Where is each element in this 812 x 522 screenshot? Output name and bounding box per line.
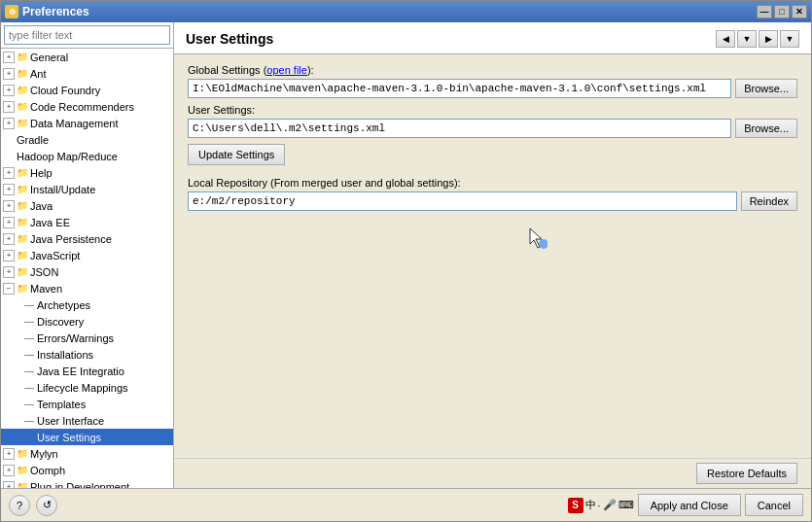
restore-defaults-row: Restore Defaults bbox=[174, 458, 811, 488]
node-label-code-recommenders: Code Recommenders bbox=[30, 101, 134, 113]
node-label-maven: Maven bbox=[30, 283, 62, 295]
sidebar-item-maven[interactable]: −📁Maven bbox=[1, 280, 173, 296]
node-label-gradle: Gradle bbox=[17, 134, 49, 146]
dash-discovery: — bbox=[24, 316, 34, 327]
dash-user-settings: — bbox=[24, 432, 34, 442]
user-settings-label: User Settings: bbox=[188, 104, 797, 116]
global-settings-label: Global Settings (open file): bbox=[188, 64, 797, 76]
minimize-button[interactable]: — bbox=[757, 5, 772, 18]
sidebar-item-hadoop-mapreduce[interactable]: Hadoop Map/Reduce bbox=[1, 148, 173, 164]
sidebar-item-installations[interactable]: —Installations bbox=[1, 346, 173, 363]
sidebar-item-archetypes[interactable]: —Archetypes bbox=[1, 296, 173, 313]
nav-back-button[interactable]: ◀ bbox=[716, 30, 735, 48]
sidebar-item-java-persistence[interactable]: +📁Java Persistence bbox=[1, 230, 173, 247]
node-label-java: Java bbox=[30, 200, 53, 212]
update-settings-button[interactable]: Update Settings bbox=[188, 144, 285, 165]
bottom-right-controls: S 中 · 🎤 ⌨ Apply and Close Cancel bbox=[568, 494, 803, 516]
ime-bar: S 中 · 🎤 ⌨ bbox=[568, 498, 634, 513]
sidebar-item-gradle[interactable]: Gradle bbox=[1, 131, 173, 148]
expand-icon-install-update: + bbox=[3, 184, 15, 195]
node-label-java-ee-integration: Java EE Integratio bbox=[37, 365, 124, 377]
svg-point-0 bbox=[539, 239, 547, 249]
global-settings-browse-button[interactable]: Browse... bbox=[735, 79, 797, 98]
sidebar: +📁General+📁Ant+📁Cloud Foundry+📁Code Reco… bbox=[1, 22, 174, 488]
help-icon: ? bbox=[17, 500, 22, 511]
expand-icon-general: + bbox=[3, 52, 15, 63]
sidebar-item-cloud-foundry[interactable]: +📁Cloud Foundry bbox=[1, 82, 173, 98]
sidebar-item-code-recommenders[interactable]: +📁Code Recommenders bbox=[1, 98, 173, 115]
sidebar-item-data-management[interactable]: +📁Data Management bbox=[1, 115, 173, 131]
nav-dropdown-button[interactable]: ▼ bbox=[737, 30, 757, 48]
ime-s-icon[interactable]: S bbox=[568, 498, 583, 513]
maximize-button[interactable]: □ bbox=[774, 5, 790, 18]
local-repo-input[interactable] bbox=[188, 191, 737, 211]
nav-forward-dropdown-button[interactable]: ▼ bbox=[780, 30, 799, 48]
folder-icon-json: 📁 bbox=[17, 266, 28, 277]
preferences-window: ⚙ Preferences — □ ✕ +📁General+📁Ant+📁Clou… bbox=[0, 0, 812, 522]
help-button[interactable]: ? bbox=[9, 495, 30, 516]
ime-mic-icon[interactable]: 🎤 bbox=[603, 499, 617, 511]
local-repo-label: Local Repository (From merged user and g… bbox=[188, 177, 797, 189]
dash-lifecycle-mappings: — bbox=[24, 382, 34, 393]
dash-errors-warnings: — bbox=[24, 332, 34, 343]
user-settings-browse-button[interactable]: Browse... bbox=[735, 119, 797, 138]
folder-icon-java-persistence: 📁 bbox=[17, 233, 28, 244]
nav-forward-button[interactable]: ▶ bbox=[759, 30, 778, 48]
user-settings-input[interactable] bbox=[188, 119, 731, 138]
open-file-link[interactable]: open file bbox=[266, 64, 307, 76]
apply-close-button[interactable]: Apply and Close bbox=[638, 494, 741, 516]
expand-icon-javascript: + bbox=[3, 250, 15, 261]
ime-dot-label: · bbox=[598, 500, 601, 511]
sidebar-item-java[interactable]: +📁Java bbox=[1, 197, 173, 214]
filter-input[interactable] bbox=[4, 25, 170, 45]
folder-icon-maven: 📁 bbox=[17, 283, 28, 294]
node-label-mylyn: Mylyn bbox=[30, 448, 58, 460]
local-repo-row: Reindex bbox=[188, 191, 797, 211]
close-button[interactable]: ✕ bbox=[792, 5, 807, 18]
sidebar-item-oomph[interactable]: +📁Oomph bbox=[1, 462, 173, 478]
node-label-data-management: Data Management bbox=[30, 118, 119, 129]
expand-icon-java-ee: + bbox=[3, 217, 15, 228]
ime-zh-label[interactable]: 中 bbox=[585, 498, 596, 512]
expand-icon-ant: + bbox=[3, 68, 15, 80]
expand-icon-maven: − bbox=[3, 283, 15, 295]
global-settings-input[interactable] bbox=[188, 79, 731, 98]
node-label-java-persistence: Java Persistence bbox=[30, 233, 112, 245]
sidebar-item-help[interactable]: +📁Help bbox=[1, 164, 173, 181]
content-area: +📁General+📁Ant+📁Cloud Foundry+📁Code Reco… bbox=[1, 22, 811, 488]
sidebar-item-lifecycle-mappings[interactable]: —Lifecycle Mappings bbox=[1, 379, 173, 396]
cancel-button[interactable]: Cancel bbox=[745, 494, 803, 516]
node-label-user-interface: User Interface bbox=[37, 415, 104, 427]
sidebar-item-ant[interactable]: +📁Ant bbox=[1, 65, 173, 82]
main-content: Global Settings (open file): Browse... U… bbox=[174, 54, 811, 458]
reindex-button[interactable]: Reindex bbox=[741, 191, 797, 211]
sidebar-item-mylyn[interactable]: +📁Mylyn bbox=[1, 445, 173, 462]
expand-icon-json: + bbox=[3, 266, 15, 278]
sidebar-item-templates[interactable]: —Templates bbox=[1, 396, 173, 412]
sidebar-item-java-ee-integration[interactable]: —Java EE Integratio bbox=[1, 363, 173, 379]
sidebar-item-plug-in-development[interactable]: +📁Plug-in Development bbox=[1, 478, 173, 488]
expand-icon-data-management: + bbox=[3, 118, 15, 129]
sidebar-item-errors-warnings[interactable]: —Errors/Warnings bbox=[1, 330, 173, 346]
sidebar-item-json[interactable]: +📁JSON bbox=[1, 263, 173, 280]
sidebar-item-user-interface[interactable]: —User Interface bbox=[1, 412, 173, 429]
sidebar-item-java-ee[interactable]: +📁Java EE bbox=[1, 214, 173, 230]
sidebar-item-discovery[interactable]: —Discovery bbox=[1, 313, 173, 330]
expand-icon-java-persistence: + bbox=[3, 233, 15, 245]
node-label-help: Help bbox=[30, 167, 53, 179]
cursor-icon bbox=[528, 226, 547, 250]
expand-icon-help: + bbox=[3, 167, 15, 179]
title-bar-left: ⚙ Preferences bbox=[5, 5, 89, 18]
folder-icon-ant: 📁 bbox=[17, 68, 28, 79]
dash-templates: — bbox=[24, 399, 34, 409]
sidebar-item-javascript[interactable]: +📁JavaScript bbox=[1, 247, 173, 263]
restore-defaults-button[interactable]: Restore Defaults bbox=[696, 463, 797, 484]
expand-icon-cloud-foundry: + bbox=[3, 85, 15, 96]
restore-icon-button[interactable]: ↺ bbox=[36, 495, 57, 516]
node-label-user-settings: User Settings bbox=[37, 432, 101, 443]
ime-keyboard-icon[interactable]: ⌨ bbox=[618, 499, 634, 511]
sidebar-item-install-update[interactable]: +📁Install/Update bbox=[1, 181, 173, 197]
sidebar-item-general[interactable]: +📁General bbox=[1, 49, 173, 65]
sidebar-item-user-settings[interactable]: —User Settings bbox=[1, 429, 173, 445]
main-header: User Settings ◀ ▼ ▶ ▼ bbox=[174, 22, 811, 54]
